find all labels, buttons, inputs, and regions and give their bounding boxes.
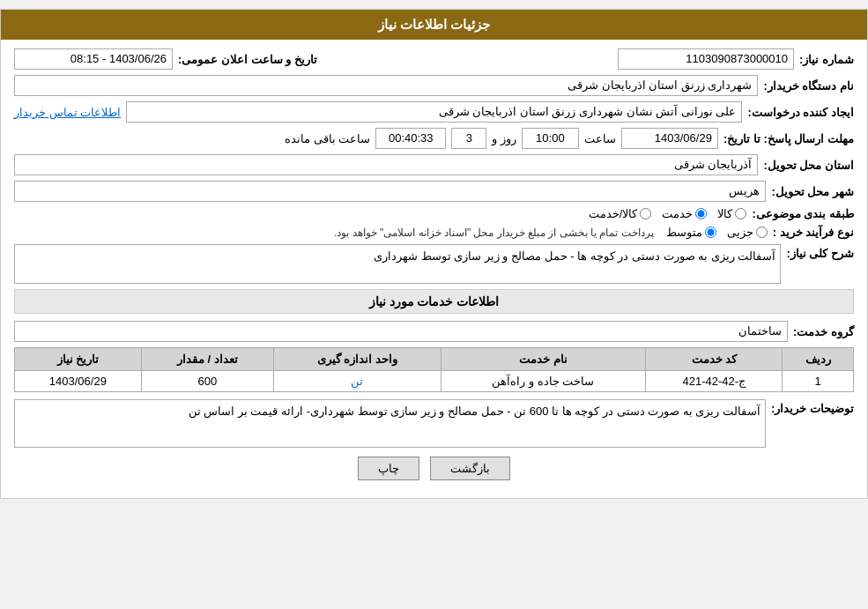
label-noeFarayand: نوع فرآیند خرید :: [773, 226, 854, 239]
row-noeFarayand: نوع فرآیند خرید : جزیی متوسط پرداخت تمام…: [14, 226, 854, 239]
cell-kodKhadamat: ج-42-42-421: [646, 371, 783, 392]
radio-jozee-input[interactable]: [756, 227, 768, 238]
input-mohlat-date: 1403/06/29: [621, 128, 718, 149]
label-tabaqe: طبقه بندی موضوعی:: [752, 207, 854, 220]
col-kodKhadamat: کد خدمت: [646, 348, 783, 371]
label-remaining: ساعت باقی مانده: [285, 132, 370, 145]
radio-jozee: جزیی: [727, 226, 768, 239]
radio-jozee-label: جزیی: [727, 226, 753, 239]
label-saat: ساعت: [584, 132, 616, 145]
radio-mota: متوسط: [666, 226, 716, 239]
label-tarikh-elan: تاریخ و ساعت اعلان عمومی:: [178, 53, 317, 66]
table-header: ردیف کد خدمت نام خدمت واحد اندازه گیری ت…: [15, 348, 854, 371]
label-groheKhadamat: گروه خدمت:: [793, 325, 854, 338]
row-tozihat: توضیحات خریدار:: [14, 399, 854, 448]
row-mohlat: مهلت ارسال پاسخ: تا تاریخ: 1403/06/29 سا…: [14, 128, 854, 149]
table-row: 1 ج-42-42-421 ساخت جاده و راه‌آهن تن 600…: [15, 371, 854, 392]
radio-group-tabaqe: کالا خدمت کالا/خدمت: [589, 207, 747, 220]
row-ijadKonande: ایجاد کننده درخواست: علی نورانی آتش نشان…: [14, 101, 854, 123]
radio-kala-khadamat-input[interactable]: [640, 208, 651, 219]
radio-kala-label: کالا: [717, 207, 732, 220]
radio-khadamat-input[interactable]: [695, 208, 707, 219]
radio-group-farayand: جزیی متوسط: [666, 226, 768, 239]
button-row: بازگشت چاپ: [14, 457, 854, 489]
label-sharh: شرح کلی نیاز:: [786, 244, 854, 260]
cell-tedad: 600: [141, 371, 273, 392]
input-ostan: آذربایجان شرقی: [14, 154, 758, 175]
radio-mota-input[interactable]: [705, 227, 716, 238]
radio-kala-khadamat-label: کالا/خدمت: [589, 207, 638, 220]
page-header: جزئیات اطلاعات نیاز: [1, 10, 867, 40]
link-ettelaat-tamas[interactable]: اطلاعات تماس خریدار: [14, 106, 121, 119]
table-body: 1 ج-42-42-421 ساخت جاده و راه‌آهن تن 600…: [15, 371, 854, 392]
cell-tarikh: 1403/06/29: [15, 371, 142, 392]
section-title-services: اطلاعات خدمات مورد نیاز: [14, 289, 854, 314]
countdown-display: 00:40:33: [375, 128, 446, 149]
label-roz: روز و: [492, 132, 516, 145]
page-wrapper: جزئیات اطلاعات نیاز شماره نیاز: 11030908…: [0, 9, 868, 499]
col-namKhadamat: نام خدمت: [441, 348, 646, 371]
label-shahr: شهر محل تحویل:: [771, 185, 854, 198]
label-namDastgah: نام دستگاه خریدار:: [763, 79, 854, 93]
radio-kala-khadamat: کالا/خدمت: [589, 207, 652, 220]
row-ostan: استان محل تحویل: آذربایجان شرقی: [14, 154, 854, 175]
radio-kala: کالا: [717, 207, 746, 220]
radio-khadamat: خدمت: [662, 207, 707, 220]
label-mohlat: مهلت ارسال پاسخ: تا تاریخ:: [723, 132, 854, 145]
row-sharh: شرح کلی نیاز:: [14, 244, 854, 284]
col-tarikh: تاریخ نیاز: [15, 348, 142, 371]
textarea-sharh[interactable]: [14, 244, 781, 284]
col-tedad: تعداد / مقدار: [141, 348, 273, 371]
input-ijadKonande: علی نورانی آتش نشان شهرداری زرنق استان ا…: [126, 101, 742, 123]
input-shomareNiaz: 1103090873000010: [618, 48, 794, 70]
col-radif: ردیف: [783, 348, 854, 371]
page-title: جزئیات اطلاعات نیاز: [378, 17, 490, 32]
cell-namKhadamat: ساخت جاده و راه‌آهن: [441, 371, 646, 392]
notice-khazan: پرداخت تمام یا بخشی از مبلغ خریدار محل "…: [334, 227, 654, 239]
textarea-tozihat[interactable]: [14, 399, 766, 448]
cell-radif: 1: [783, 371, 854, 392]
row-shahr: شهر محل تحویل: هریس: [14, 181, 854, 202]
print-button[interactable]: چاپ: [358, 457, 419, 480]
label-ostan: استان محل تحویل:: [763, 159, 854, 172]
input-groheKhadamat: ساختمان: [14, 321, 788, 342]
label-ijadKonande: ایجاد کننده درخواست:: [747, 106, 854, 119]
cell-vahed: تن: [274, 371, 441, 392]
input-shahr: هریس: [14, 181, 766, 202]
input-tarikh-elan: 1403/06/26 - 08:15: [14, 48, 173, 70]
col-vahed: واحد اندازه گیری: [274, 348, 441, 371]
label-tozihat: توضیحات خریدار:: [771, 399, 854, 415]
label-shomareNiaz: شماره نیاز:: [799, 53, 854, 66]
back-button[interactable]: بازگشت: [430, 457, 510, 480]
row-tabaqe: طبقه بندی موضوعی: کالا خدمت کالا/خدمت: [14, 207, 854, 220]
row-shomareNiaz: شماره نیاز: 1103090873000010 تاریخ و ساع…: [14, 48, 854, 70]
radio-kala-input[interactable]: [735, 208, 746, 219]
input-namDastgah: شهرداری زرنق استان اذربایجان شرقی: [14, 75, 758, 96]
row-namDastgah: نام دستگاه خریدار: شهرداری زرنق استان اذ…: [14, 75, 854, 96]
radio-mota-label: متوسط: [666, 226, 702, 239]
input-mohlat-saat: 10:00: [522, 128, 579, 149]
radio-khadamat-label: خدمت: [662, 207, 693, 220]
content-area: شماره نیاز: 1103090873000010 تاریخ و ساع…: [1, 40, 867, 498]
services-table: ردیف کد خدمت نام خدمت واحد اندازه گیری ت…: [14, 347, 854, 392]
row-groheKhadamat: گروه خدمت: ساختمان: [14, 321, 854, 342]
input-mohlat-roz: 3: [451, 128, 486, 149]
